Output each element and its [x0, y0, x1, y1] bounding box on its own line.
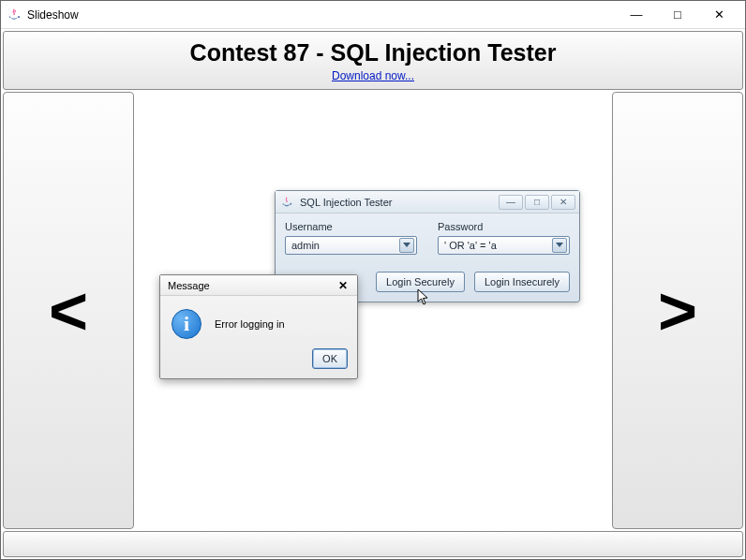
password-value: ' OR 'a' = 'a [444, 240, 497, 251]
password-combo[interactable]: ' OR 'a' = 'a [438, 236, 570, 255]
header-panel: Contest 87 - SQL Injection Tester Downlo… [3, 31, 743, 90]
message-footer: OK [160, 348, 357, 378]
footer-panel [3, 531, 743, 557]
window-title: Slideshow [27, 8, 79, 22]
username-col: Username admin [285, 221, 417, 255]
download-link[interactable]: Download now... [332, 69, 414, 82]
username-combo[interactable]: admin [285, 236, 417, 255]
message-dialog: Message ✕ i Error logging in OK [159, 274, 358, 379]
chevron-down-icon [399, 238, 414, 253]
sql-titlebar[interactable]: SQL Injection Tester — □ ✕ [276, 191, 579, 214]
info-icon: i [172, 309, 201, 339]
login-insecurely-button[interactable]: Login Insecurely [474, 272, 570, 292]
page-title: Contest 87 - SQL Injection Tester [4, 39, 742, 66]
body-row: < SQL Injection Tester — [3, 92, 743, 529]
minimize-button[interactable]: — [616, 2, 657, 28]
login-securely-button[interactable]: Login Securely [376, 272, 465, 292]
slideshow-window: Slideshow — □ ✕ Contest 87 - SQL Injecti… [0, 0, 746, 560]
titlebar-controls: — □ ✕ [616, 2, 739, 28]
chevron-left-icon: < [49, 273, 88, 349]
field-row: Username admin Password [285, 221, 570, 255]
message-body: i Error logging in [160, 296, 357, 348]
username-label: Username [285, 221, 417, 232]
titlebar: Slideshow — □ ✕ [1, 1, 745, 29]
ok-button[interactable]: OK [312, 348, 348, 369]
message-close-button[interactable]: ✕ [333, 278, 353, 293]
password-label: Password [438, 221, 570, 232]
prev-button[interactable]: < [3, 92, 134, 529]
sql-minimize-button[interactable]: — [499, 195, 523, 210]
maximize-button[interactable]: □ [657, 2, 698, 28]
sql-titlebar-controls: — □ ✕ [499, 195, 575, 210]
java-icon [7, 7, 22, 22]
next-button[interactable]: > [612, 92, 743, 529]
message-titlebar[interactable]: Message ✕ [160, 275, 357, 296]
sql-maximize-button[interactable]: □ [525, 195, 549, 210]
java-icon [279, 195, 294, 210]
sql-close-button[interactable]: ✕ [551, 195, 575, 210]
slide-area: SQL Injection Tester — □ ✕ Username [136, 92, 610, 529]
close-button[interactable]: ✕ [698, 2, 739, 28]
sql-window-title: SQL Injection Tester [300, 197, 392, 208]
username-value: admin [291, 240, 320, 251]
message-text: Error logging in [215, 318, 285, 330]
chevron-right-icon: > [658, 273, 697, 349]
password-col: Password ' OR 'a' = 'a [438, 221, 570, 255]
message-title: Message [168, 280, 210, 291]
main-area: Contest 87 - SQL Injection Tester Downlo… [1, 29, 745, 559]
chevron-down-icon [552, 238, 567, 253]
